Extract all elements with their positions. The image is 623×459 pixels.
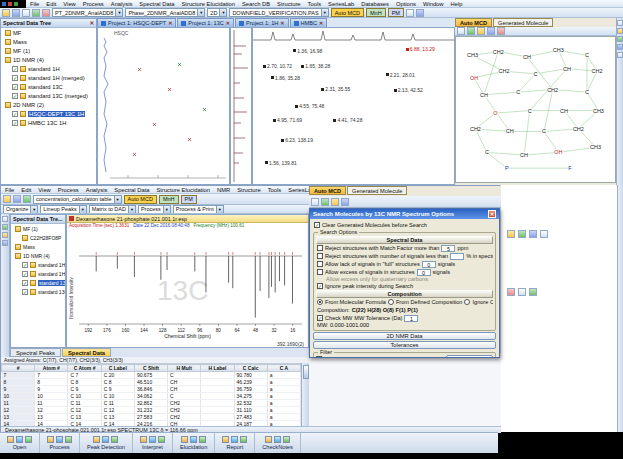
menu-item[interactable]: Structure [276, 1, 302, 7]
table-tab[interactable]: Spectral Data [62, 348, 111, 357]
workflow-combo[interactable]: Process▼ [138, 205, 171, 214]
spectrum-caption-bar[interactable]: Dexamethasone 21-phosphate.021.001.1r.es… [67, 215, 308, 223]
menu-item[interactable]: Tools [267, 187, 283, 193]
tree-checkbox[interactable] [12, 111, 18, 117]
tool-icon[interactable] [617, 52, 623, 58]
close-icon[interactable]: ✕ [488, 210, 496, 218]
menu-item[interactable]: Help [450, 1, 464, 7]
menu-item[interactable]: Analysis [110, 1, 134, 7]
macro-combo[interactable]: 2D▼ [207, 8, 227, 17]
column-header[interactable]: C Atom # [68, 365, 101, 372]
mode-button[interactable]: Auto MCD [331, 8, 364, 17]
process-icon[interactable] [32, 9, 40, 17]
tree-item[interactable]: MF [1, 28, 96, 37]
menu-item[interactable]: Process [82, 1, 105, 7]
ignore-intensity-row[interactable]: Ignore peak intensity during Search [316, 282, 493, 290]
dialog-title-bar[interactable]: Search Molecules by 13C NMR Spectrum Opt… [310, 209, 499, 219]
column-header[interactable]: # [2, 365, 35, 372]
correlation-peak-label[interactable]: 1.65, 38.28 [301, 63, 330, 69]
table-row[interactable]: 77C 7C 2090.675C90.780a [2, 372, 301, 379]
menu-item[interactable]: Structure Elucidation [155, 187, 211, 193]
table-row[interactable]: 1212C 12C 1231.232CH231.110a [2, 407, 301, 414]
close-icon[interactable]: ✕ [168, 20, 172, 26]
mw-tolerance-value[interactable]: 1 [404, 315, 418, 322]
process-icon[interactable] [23, 195, 31, 203]
menu-item[interactable]: Analysis [85, 187, 109, 193]
mode-button[interactable]: MnH [366, 8, 386, 17]
tool-icon[interactable] [2, 224, 8, 230]
correlation-peak-label[interactable]: 4.95, 71.69 [273, 117, 302, 123]
mode-button[interactable]: PM [181, 195, 197, 204]
mode-button[interactable]: Auto MCD [124, 195, 157, 204]
tree-item[interactable]: standard 13C (merged) [1, 91, 96, 100]
zoom-icon[interactable] [406, 9, 414, 17]
close-icon[interactable]: ✕ [319, 20, 323, 26]
tree-item[interactable]: 1D NMR (4) [1, 55, 96, 64]
macro-combo[interactable]: Phase_2DNMR_AnalADD8▼ [125, 8, 205, 17]
menu-item[interactable]: File [4, 187, 15, 193]
tree-checkbox[interactable] [22, 271, 28, 277]
menu-item[interactable]: Edit [45, 1, 57, 7]
chevron-down-icon[interactable]: ▼ [219, 9, 226, 16]
excess-signals-checkbox[interactable] [317, 269, 323, 275]
scrollbar[interactable] [617, 185, 623, 432]
column-header[interactable]: Atom # [35, 365, 68, 372]
mode-button[interactable]: PM [388, 8, 404, 17]
select-arrow-icon[interactable] [457, 27, 465, 35]
print-icon[interactable] [22, 9, 30, 17]
tree-checkbox[interactable] [22, 262, 28, 268]
workflow-step[interactable]: Process [40, 433, 80, 453]
tree-item[interactable]: standard 13C (merged) [11, 287, 65, 296]
column-header[interactable]: C Label [101, 365, 134, 372]
table-row[interactable]: 1010C 10C 1034.062C34.275a [2, 393, 301, 400]
lack-signals-row[interactable]: Allow lack of signals in "full" structur… [316, 260, 493, 268]
menu-item[interactable]: Tools [307, 1, 323, 7]
workflow-combo[interactable]: Matrix to DAD▼ [89, 205, 136, 214]
open-icon[interactable] [3, 195, 11, 203]
filter-options-button[interactable]: Filter Options... [446, 355, 493, 358]
open-icon[interactable] [2, 9, 10, 17]
table-row[interactable]: 99C 9C 936.846CH36.759a [2, 386, 301, 393]
ignore-intensity-checkbox[interactable] [317, 283, 323, 289]
close-icon[interactable]: ✕ [280, 20, 284, 26]
tree-item[interactable]: 2D NMR (2) [1, 100, 96, 109]
correlation-peak-label[interactable]: 2.70, 10.72 [263, 63, 292, 69]
project-tab[interactable]: Project 1: HSQC-DEPT ✕ [97, 18, 176, 27]
project-tab[interactable]: HMBC ✕ [290, 18, 328, 27]
mcd-tab[interactable]: Generated Molecule [493, 18, 553, 27]
chevron-down-icon[interactable]: ▼ [115, 9, 122, 16]
spectrum-panel[interactable]: Dexamethasone 21-phosphate.021.001.1r.es… [66, 214, 309, 348]
menu-item[interactable]: SeriesLab [327, 1, 355, 7]
menu-item[interactable]: Spectral Data [138, 1, 175, 7]
tree-checkbox[interactable] [12, 84, 18, 90]
chevron-down-icon[interactable]: ▼ [197, 9, 204, 16]
tree-item[interactable]: Mass [11, 242, 65, 251]
correlation-peak-label[interactable]: 1.86, 35.28 [271, 75, 300, 81]
excess-signals-value[interactable]: 0 [417, 269, 431, 276]
workflow-step[interactable]: Peak Detection [80, 433, 133, 453]
correlation-peak-label[interactable]: 6.88, 13.29 [406, 46, 435, 52]
tool-icon[interactable] [2, 240, 8, 246]
table-icon[interactable] [416, 9, 424, 17]
chevron-down-icon[interactable]: ▼ [321, 9, 328, 16]
tree-checkbox[interactable] [12, 120, 18, 126]
menu-item[interactable]: NMR [216, 187, 231, 193]
ignore-composition-radio[interactable] [464, 299, 470, 305]
workflow-step[interactable]: Report [215, 433, 255, 453]
scrollbar-thumb[interactable] [303, 365, 309, 379]
column-header[interactable]: H Label [201, 365, 234, 372]
project-tab[interactable]: Project 1: 13C ✕ [177, 18, 234, 27]
chevron-down-icon[interactable]: ▼ [30, 206, 37, 213]
workflow-combo[interactable]: Process & Print▼ [173, 205, 224, 214]
lack-signals-value[interactable]: 0 [422, 261, 436, 268]
chevron-down-icon[interactable]: ▼ [163, 206, 170, 213]
close-icon[interactable]: ✕ [226, 20, 230, 26]
chevron-down-icon[interactable]: ▼ [216, 206, 223, 213]
tool-icon[interactable] [617, 44, 623, 50]
tree-checkbox[interactable] [12, 93, 18, 99]
menu-item[interactable]: SeriesLab [287, 187, 309, 193]
filter-icon[interactable] [529, 230, 537, 238]
tool-icon[interactable] [617, 20, 623, 26]
correlation-peak-label[interactable]: 2.31, 35.55 [321, 86, 350, 92]
menu-item[interactable]: View [37, 187, 51, 193]
